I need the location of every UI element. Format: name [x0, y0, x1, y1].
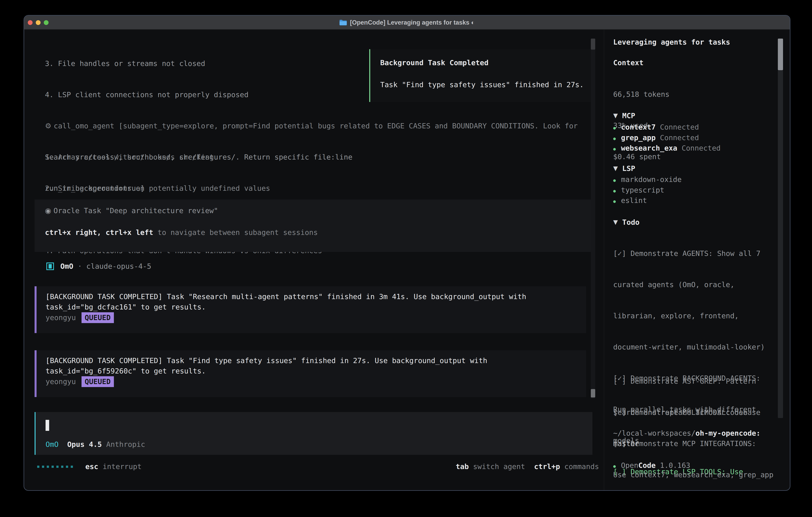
lsp-item: typescript — [613, 185, 664, 195]
close-traffic-light[interactable] — [28, 20, 33, 25]
terminal-scrollbar-thumb[interactable] — [591, 389, 595, 398]
context-tokens: 66,518 tokens — [613, 89, 670, 100]
status-dot-icon — [613, 138, 616, 140]
message-line: [BACKGROUND TASK COMPLETED] Task "Find t… — [46, 355, 487, 366]
oracle-task-title: ◉ Oracle Task "Deep architecture review" — [45, 206, 218, 216]
omo-agent-icon — [46, 263, 54, 270]
agent-header-label: OmO · claude-opus-4-5 — [60, 261, 151, 272]
message-line: task_id="bg_dcfac161" to get results. — [46, 302, 206, 312]
output-line: 4. LSP client connections not properly d… — [45, 89, 352, 100]
status-dot-icon — [613, 200, 616, 203]
keyhint-tab: tab switch agent — [456, 461, 525, 472]
mcp-item: context7 Connected — [613, 122, 699, 132]
opencode-window: [OpenCode] Leveraging agents for tasks ◐… — [24, 15, 790, 491]
keyhint-ctrlp: ctrl+p commands — [534, 461, 599, 472]
status-dot-icon — [613, 465, 616, 468]
agent-header: OmO · claude-opus-4-5 — [46, 261, 151, 272]
status-dot-icon — [613, 127, 616, 130]
sidebar-scrollbar-track[interactable] — [778, 70, 783, 418]
tool-call-line — [45, 277, 578, 287]
status-dot-icon — [613, 190, 616, 193]
titlebar[interactable]: [OpenCode] Leveraging agents for tasks ◐ — [24, 16, 790, 30]
folder-icon — [339, 19, 347, 26]
context-heading: Context — [613, 58, 644, 68]
tool-call-line: 1. Array access without bounds checking — [45, 152, 578, 162]
input-cursor — [46, 420, 49, 431]
main-sidebar-divider — [604, 30, 604, 491]
app-version: OpenCode 1.0.163 — [613, 460, 690, 471]
mcp-item: grep_app Connected — [613, 133, 699, 143]
message-meta: yeongyu QUEUED — [46, 376, 114, 387]
todo-section-header[interactable]: ▼Todo — [613, 217, 640, 228]
todo-line: Use context7, websearch_exa, grep_app — [613, 470, 774, 480]
fisheye-icon: ◉ — [45, 207, 54, 215]
output-line: 3. File handles or streams not closed — [45, 58, 352, 69]
todo-line: [ ] Demonstrate AST-GREP: Pattern — [613, 376, 774, 386]
title-group: [OpenCode] Leveraging agents for tasks ◐ — [339, 16, 475, 30]
terminal-scrollbar-track[interactable] — [591, 38, 595, 399]
keyhint-esc: esc interrupt — [85, 461, 142, 472]
mcp-item: websearch_exa Connected — [613, 143, 721, 153]
mcp-section-header[interactable]: ▼MCP — [613, 111, 635, 121]
toast-title: Background Task Completed — [380, 58, 489, 68]
oracle-task-hint: ctrl+x right, ctrl+x left to navigate be… — [45, 227, 318, 238]
oracle-task-card[interactable]: ◉ Oracle Task "Deep architecture review"… — [35, 199, 592, 252]
tool-call-line: ⚙ call_omo_agent [subagent_type=explore,… — [45, 121, 578, 131]
git-branch: master — [613, 438, 639, 449]
queued-badge: QUEUED — [82, 312, 114, 323]
zoom-traffic-light[interactable] — [44, 20, 49, 25]
terminal-scrollbar-thumb-top[interactable] — [591, 38, 595, 50]
todo-line: document-writer, multimodal-looker) — [613, 342, 774, 352]
chevron-down-icon: ▼ — [613, 163, 618, 173]
toast-body: Task "Find type safety issues" finished … — [380, 80, 584, 90]
desktop: [OpenCode] Leveraging agents for tasks ◐… — [0, 0, 812, 517]
status-left: esc interrupt — [37, 461, 142, 472]
prompt-input[interactable]: OmO Opus 4.5 Anthropic — [35, 412, 592, 455]
message-author: yeongyu — [46, 312, 76, 323]
chevron-down-icon: ▼ — [613, 217, 618, 227]
message-card: [BACKGROUND TASK COMPLETED] Task "Find t… — [35, 350, 586, 397]
lsp-item: markdown-oxide — [613, 174, 682, 185]
workspace-path: ~/local-workspaces/oh-my-opencode: — [613, 428, 760, 438]
session-title: Leveraging agents for tasks — [613, 37, 730, 47]
status-dot-icon — [613, 179, 616, 182]
todo-line: [✓] Demonstrate AGENTS: Show all 7 — [613, 248, 774, 259]
minimize-traffic-light[interactable] — [36, 20, 40, 25]
tool-call-line: 2. String operations on potentially unde… — [45, 183, 578, 193]
background-task-toast: Background Task Completed Task "Find typ… — [369, 49, 595, 102]
window-title: [OpenCode] Leveraging agents for tasks ◐ — [350, 19, 475, 26]
message-author: yeongyu — [46, 377, 76, 387]
message-card: [BACKGROUND TASK COMPLETED] Task "Resear… — [35, 286, 586, 333]
message-line: task_id="bg_6f59260c" to get results. — [46, 366, 206, 376]
lsp-item: eslint — [613, 195, 647, 206]
status-right: tab switch agent ctrl+p commands — [456, 461, 599, 472]
status-dot-icon — [613, 148, 616, 151]
todo-line: librarian, explore, frontend, — [613, 311, 774, 321]
message-meta: yeongyu QUEUED — [46, 312, 114, 323]
lsp-section-header[interactable]: ▼LSP — [613, 163, 635, 174]
status-bar: esc interrupt tab switch agent ctrl+p co… — [37, 461, 599, 472]
queued-badge: QUEUED — [82, 376, 114, 387]
spinner-dots-icon — [37, 466, 73, 468]
sidebar-scrollbar-thumb[interactable] — [778, 38, 783, 70]
todo-line: [ ] Demonstrate MULTIMODAL: Use — [613, 407, 748, 418]
model-indicator[interactable]: OmO Opus 4.5 Anthropic — [46, 439, 145, 450]
gear-icon: ⚙ — [45, 122, 54, 130]
todo-line: curated agents (OmO, oracle, — [613, 279, 774, 290]
chevron-down-icon: ▼ — [613, 110, 618, 121]
message-line: [BACKGROUND TASK COMPLETED] Task "Resear… — [46, 292, 526, 302]
